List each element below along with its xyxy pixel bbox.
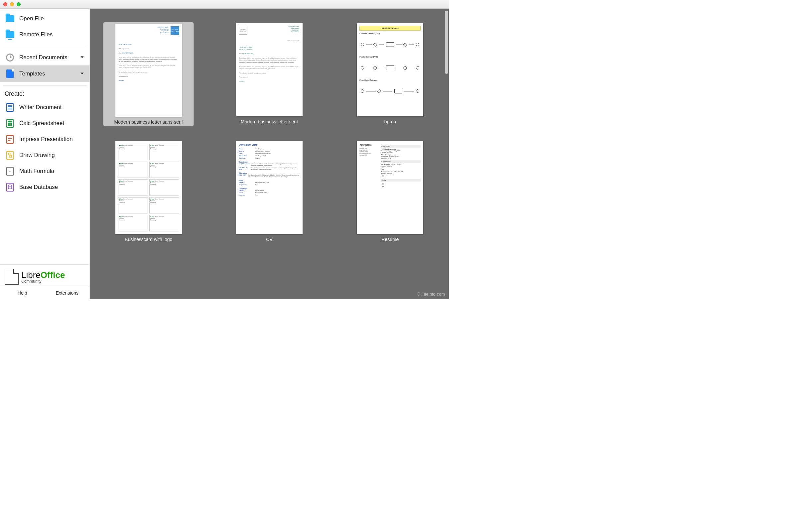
template-thumbnail: Your Name Address Line 1 Address Line 2 … bbox=[357, 141, 423, 234]
template-card-modern-sans[interactable]: Put your LOGO here COMPANY NAMEStreet Ad… bbox=[103, 22, 194, 126]
template-card-modern-serif[interactable]: Put your LOGO here COMPANY NAMEStreet Ad… bbox=[224, 22, 315, 126]
remote-folder-icon bbox=[5, 30, 15, 39]
remote-files-item[interactable]: Remote Files bbox=[0, 26, 90, 42]
scrollbar[interactable] bbox=[445, 11, 448, 74]
extensions-link[interactable]: Extensions bbox=[45, 286, 90, 299]
create-item-label: Draw Drawing bbox=[19, 152, 55, 158]
calc-icon bbox=[5, 119, 15, 128]
divider bbox=[3, 46, 87, 46]
libreoffice-logo-icon bbox=[5, 269, 19, 285]
create-item-label: Math Formula bbox=[19, 168, 54, 174]
create-impress-item[interactable]: Impress Presentation bbox=[0, 131, 90, 147]
open-file-item[interactable]: Open File bbox=[0, 11, 90, 26]
template-thumbnail: ◆ logo Name SurnamePositionCompany ◆ log… bbox=[115, 141, 182, 234]
divider bbox=[3, 86, 87, 86]
extensions-label: Extensions bbox=[56, 290, 78, 296]
template-card-businesscard[interactable]: ◆ logo Name SurnamePositionCompany ◆ log… bbox=[103, 140, 194, 243]
template-card-cv[interactable]: Curriculum Vitae NameJoe Bloggs Address4… bbox=[224, 140, 315, 243]
template-thumbnail: Curriculum Vitae NameJoe Bloggs Address4… bbox=[236, 141, 303, 234]
template-label: CV bbox=[266, 237, 272, 242]
create-label: Create: bbox=[0, 87, 90, 99]
template-card-resume[interactable]: Your Name Address Line 1 Address Line 2 … bbox=[345, 140, 436, 243]
footer-links: Help Extensions bbox=[0, 286, 90, 299]
templates-label: Templates bbox=[19, 71, 45, 77]
base-icon bbox=[5, 183, 15, 192]
template-card-bpmn[interactable]: BPMN - Examples Exclusive Gateway (XOR) … bbox=[345, 22, 436, 126]
svg-point-2 bbox=[8, 185, 12, 186]
create-base-item[interactable]: Base Database bbox=[0, 179, 90, 195]
template-thumbnail: Put your LOGO here COMPANY NAMEStreet Ad… bbox=[115, 24, 182, 117]
watermark: © FileInfo.com bbox=[417, 291, 445, 297]
create-writer-item[interactable]: Writer Document bbox=[0, 99, 90, 115]
create-item-label: Impress Presentation bbox=[19, 136, 73, 142]
window-titlebar bbox=[0, 0, 449, 8]
create-item-label: Base Database bbox=[19, 184, 58, 191]
chevron-down-icon bbox=[80, 54, 84, 61]
templates-item[interactable]: Templates bbox=[0, 65, 90, 82]
chevron-down-icon bbox=[80, 71, 84, 77]
writer-icon bbox=[5, 103, 15, 112]
clock-icon bbox=[5, 53, 15, 62]
branding: LibreOffice Community bbox=[0, 264, 90, 286]
close-window-button[interactable] bbox=[3, 2, 7, 6]
template-label: Modern business letter serif bbox=[241, 119, 298, 125]
template-thumbnail: Put your LOGO here COMPANY NAMEStreet Ad… bbox=[236, 23, 303, 116]
svg-point-0 bbox=[8, 153, 10, 155]
draw-icon bbox=[5, 151, 15, 160]
create-item-label: Calc Spreadsheet bbox=[19, 120, 64, 127]
open-file-label: Open File bbox=[19, 15, 44, 22]
template-label: bpmn bbox=[384, 119, 396, 125]
create-item-label: Writer Document bbox=[19, 104, 61, 111]
recent-documents-label: Recent Documents bbox=[19, 54, 68, 61]
create-math-item[interactable]: √x Math Formula bbox=[0, 163, 90, 179]
template-thumbnail: BPMN - Examples Exclusive Gateway (XOR) … bbox=[357, 23, 423, 116]
sidebar: Open File Remote Files Recent Documents … bbox=[0, 8, 90, 299]
template-label: Businesscard with logo bbox=[125, 237, 172, 242]
svg-rect-1 bbox=[10, 155, 12, 157]
template-label: Modern business letter sans-serif bbox=[114, 119, 183, 125]
maximize-window-button[interactable] bbox=[17, 2, 21, 6]
help-label: Help bbox=[18, 290, 27, 296]
create-draw-item[interactable]: Draw Drawing bbox=[0, 147, 90, 163]
minimize-window-button[interactable] bbox=[10, 2, 14, 6]
template-label: Resume bbox=[381, 237, 399, 242]
math-icon: √x bbox=[5, 167, 15, 176]
folder-icon bbox=[5, 14, 15, 23]
brand-name: LibreOffice bbox=[21, 270, 65, 280]
impress-icon bbox=[5, 135, 15, 144]
recent-documents-item[interactable]: Recent Documents bbox=[0, 50, 90, 65]
template-gallery: Put your LOGO here COMPANY NAMEStreet Ad… bbox=[90, 8, 449, 299]
remote-files-label: Remote Files bbox=[19, 31, 53, 38]
help-link[interactable]: Help bbox=[0, 286, 45, 299]
create-calc-item[interactable]: Calc Spreadsheet bbox=[0, 115, 90, 131]
template-icon bbox=[5, 69, 15, 78]
